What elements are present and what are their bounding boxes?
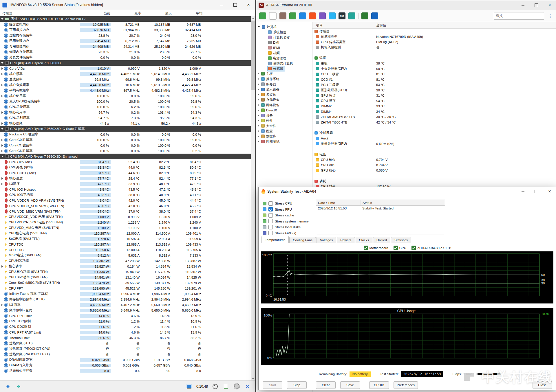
start-button[interactable]: Start: [263, 381, 282, 389]
panel-row[interactable]: 中央处理器(CPU)50 °C: [312, 66, 556, 72]
sensor-row[interactable]: 核心温度77.7 °C28.4 °C82.4 °C77.1 °C: [0, 176, 251, 181]
bars-icon[interactable]: [289, 12, 296, 19]
minimize-button[interactable]: [516, 187, 530, 196]
sensor-row[interactable]: CPU VDDCR_VDD 电压 (SVI3 TFN)1.009 V0.998 …: [0, 214, 251, 220]
sidebar-item-storage[interactable]: 存储设备: [256, 97, 312, 102]
tab-temperatures[interactable]: Temperatures: [261, 236, 289, 243]
sensor-section-header[interactable]: CPU [#0]: AMD Ryzen 7 9850X3D: Enhanced: [0, 154, 251, 159]
sensor-row[interactable]: 过热降频 (PROCHOT EXT)否否否否: [0, 351, 251, 357]
find-icon[interactable]: [371, 12, 378, 19]
sidebar-item-software[interactable]: 软件: [256, 118, 312, 123]
panel-row[interactable]: DIMM434 °C: [312, 109, 556, 115]
sensor-row[interactable]: SoC电流 (SVI3 TFN)11.728 A10.597 A12.951 A…: [0, 236, 251, 242]
clear-button[interactable]: Clear: [316, 381, 336, 389]
panel-row[interactable]: CPU 核心0.794 V: [312, 157, 556, 163]
panel-row[interactable]: CPU 二极管81 °C: [312, 71, 556, 77]
tab-cooling-fans[interactable]: Cooling Fans: [289, 237, 316, 243]
cpuid-button[interactable]: CPUID: [369, 381, 389, 389]
sensor-row[interactable]: CPU VDD_MISC VRM (SVI3 TFN)37.0 °C37.0 °…: [0, 209, 251, 214]
sensor-row[interactable]: 频率限制 - 全局5,650.0 MHz5,649.9 MHz5,650.0 M…: [0, 308, 251, 313]
sensor-row[interactable]: CPU EDC116.250 A12.000 A118.250 A115.705…: [0, 247, 251, 253]
minimize-button[interactable]: [516, 0, 530, 10]
column-current[interactable]: 当前: [81, 11, 112, 16]
sidebar-item-security[interactable]: 安全性: [256, 123, 312, 128]
legend-cpu[interactable]: CPU: [394, 246, 406, 250]
maximize-button[interactable]: [530, 0, 543, 10]
sensor-row[interactable]: 核心频率4,473.8 MHz4,402.1 MHz5,614.9 MHz4,4…: [0, 71, 251, 77]
download-icon[interactable]: [361, 12, 368, 19]
sensor-row[interactable]: 物理内存使用率23.3 %21.0 %23.6 %22.7 %: [0, 49, 251, 55]
checkbox[interactable]: [268, 207, 273, 211]
sensor-row[interactable]: 活跃核心平均数8.00.48.08.0: [0, 368, 251, 373]
sidebar-item-overview[interactable]: 系统概述: [256, 30, 312, 35]
sensor-row[interactable]: Core+SoC+MISC 功率 (SVI3 TFN)133.478 W39.5…: [0, 280, 251, 286]
sensor-row[interactable]: 已用物理内存7,454 MB6,712 MB7,547 MB7,235 MB: [0, 38, 251, 44]
scroll-down-arrow[interactable]: [251, 377, 255, 381]
sensor-row[interactable]: CPU PPT FAST Limit14.0 %4.6 %14.5 %13.9 …: [0, 330, 251, 335]
panel-row[interactable]: ZHITAI Ti600 4TB42 °C / 34 °C: [312, 120, 556, 125]
sensor-row[interactable]: CPU CCD1 (Tdie)81.9 °C44.6 °C82.9 °C80.9…: [0, 170, 251, 176]
sensor-row[interactable]: Infinity Fabric 频率 (FCLK)1,996.4 MHz1,99…: [0, 291, 251, 297]
sensor-row[interactable]: CPU IOD平均温40.3 °C38.0 °C40.9 °C40.1 °C: [0, 192, 251, 198]
scroll-up-arrow[interactable]: [251, 16, 255, 20]
close-button[interactable]: ×: [543, 0, 556, 10]
activity-monitor-icon[interactable]: [186, 383, 193, 390]
panel-row[interactable]: ZHITAI XIAOYI e7 1TB30 °C / 30 °C: [312, 114, 556, 120]
sensor-row[interactable]: CPU IOD Hotspot45.5 °C43.5 °C47.2 °C45.8…: [0, 187, 251, 192]
sensor-row[interactable]: 总线频率99.8 MHz99.8 MHz99.8 MHz99.8 MHz: [0, 77, 251, 82]
sensor-row[interactable]: CPU (Tctl/Tdie)81.4 °C52.4 °C82.2 °C81.4…: [0, 159, 251, 165]
checkbox[interactable]: [364, 246, 368, 250]
close-button[interactable]: ×: [242, 0, 255, 10]
panel-row[interactable]: Aux2: [312, 136, 556, 141]
panel-row[interactable]: DIMM233 °C: [312, 104, 556, 109]
panel-row[interactable]: PCH 二极管53 °C: [312, 82, 556, 88]
sensor-row[interactable]: 核心有效频率4,443.0 MHz10.6 MHz5,613.5 MHz4,42…: [0, 82, 251, 88]
tab-powers[interactable]: Powers: [337, 237, 355, 243]
report-icon[interactable]: [269, 12, 277, 20]
sensor-row[interactable]: 虚拟内存使用率23.8 %20.7 %24.0 %23.0 %: [0, 33, 251, 38]
chart-icon[interactable]: [329, 12, 336, 19]
overflow-menu-icon[interactable]: [547, 13, 553, 19]
tab-unified[interactable]: Unified: [373, 237, 390, 243]
sensor-row[interactable]: CPU VDDCR_VDD VRM (SVI3 TFN)45.0 °C42.0 …: [0, 198, 251, 203]
column-item[interactable]: 项目: [312, 23, 376, 27]
logging-icon[interactable]: [222, 383, 229, 390]
panel-group-row[interactable]: 功耗: [312, 178, 556, 184]
sensor-row[interactable]: CPU TDC110.297 A12.088 A113.519 A109.433…: [0, 242, 251, 247]
panel-row[interactable]: 图形处理器(GPU)30 °C: [312, 88, 556, 93]
sensor-row[interactable]: 最大CPU/线程使用率100.0 %20.5 %100.0 %99.8 %: [0, 99, 251, 104]
sensor-section-header[interactable]: 系统: SAPPHIRE SAPPHIRE PURE X870A WIFI 7: [0, 16, 251, 22]
log-column-header[interactable]: Status: [361, 200, 445, 205]
column-min[interactable]: 最小: [112, 11, 143, 16]
log-row[interactable]: 2026/3/12 16:51:53Stability Test: Starte…: [316, 206, 445, 211]
close-button[interactable]: ×: [543, 187, 556, 196]
sidebar-item-directx[interactable]: DirectX: [256, 108, 312, 113]
sidebar-item-ipmi[interactable]: IPMI: [256, 45, 312, 50]
sensor-row[interactable]: CPU SoC功率 (SVI3 TFN)14.541 W13.140 W16.0…: [0, 275, 251, 280]
video-icon[interactable]: [279, 12, 286, 19]
maximize-button[interactable]: [530, 187, 543, 196]
sidebar-item-server[interactable]: 服务器: [256, 82, 312, 87]
preferences-button[interactable]: Preferences: [394, 381, 418, 389]
minimize-button[interactable]: [215, 0, 228, 10]
tab-statistics[interactable]: Statistics: [391, 237, 411, 243]
sensor-row[interactable]: CPU外壳 (平均)81.3 °C44.0 °C82.3 °C80.9 °C: [0, 165, 251, 170]
sensor-row[interactable]: L3 频率4,463.5 MHz4,407.2 MHz5,660.3 MHz4,…: [0, 302, 251, 308]
sidebar-item-laptop[interactable]: 便携式计算机: [256, 61, 312, 66]
sensor-row[interactable]: Core C6 驻留率0.0 %0.0 %100.0 %0.2 %: [0, 148, 251, 154]
sidebar-item-os[interactable]: 操作系统: [256, 76, 312, 82]
column-value[interactable]: 当前值: [376, 23, 556, 27]
sensor-row[interactable]: CPU PPT139.690 W45.522 W145.280 W139.201…: [0, 286, 251, 291]
sensor-row[interactable]: CPU总利用率94.7 %7.3 %95.5 %94.3 %: [0, 115, 251, 121]
sensor-row[interactable]: CPU TDC限制11.0 %1.2 %11.4 %10.9 %: [0, 319, 251, 324]
sensor-row[interactable]: Thermal Limit85.6 %46.3 %86.7 %85.2 %: [0, 335, 251, 341]
column-avg[interactable]: 平均: [173, 11, 204, 16]
sidebar-item-config[interactable]: 配置: [256, 128, 312, 134]
checkbox[interactable]: [268, 201, 273, 206]
scrollbar-thumb[interactable]: [251, 21, 255, 90]
quit-icon[interactable]: ×: [244, 383, 251, 390]
sensor-row[interactable]: 可用虚拟内存32,076 MB31,964 MB33,380 MB32,414 …: [0, 27, 251, 33]
sensor-row[interactable]: 内存控制器频率 (UCLK)2,994.6 MHz2,994.6 MHz2,99…: [0, 297, 251, 302]
sidebar-item-multimedia[interactable]: 多媒体: [256, 92, 312, 97]
panel-row[interactable]: 机箱入侵检测否: [312, 45, 556, 50]
